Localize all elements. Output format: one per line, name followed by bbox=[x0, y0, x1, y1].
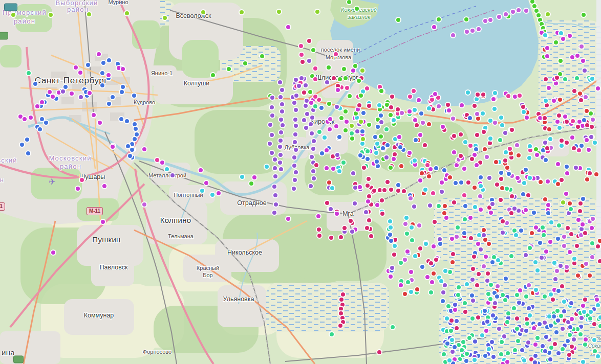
map-viewport[interactable]: МуриноВыборгскийрайонПриморскийрайонВсев… bbox=[0, 0, 601, 364]
map-tiles bbox=[0, 0, 601, 364]
unloaded-tile-strip bbox=[596, 0, 601, 262]
airport-icon: ✈ bbox=[49, 177, 55, 187]
